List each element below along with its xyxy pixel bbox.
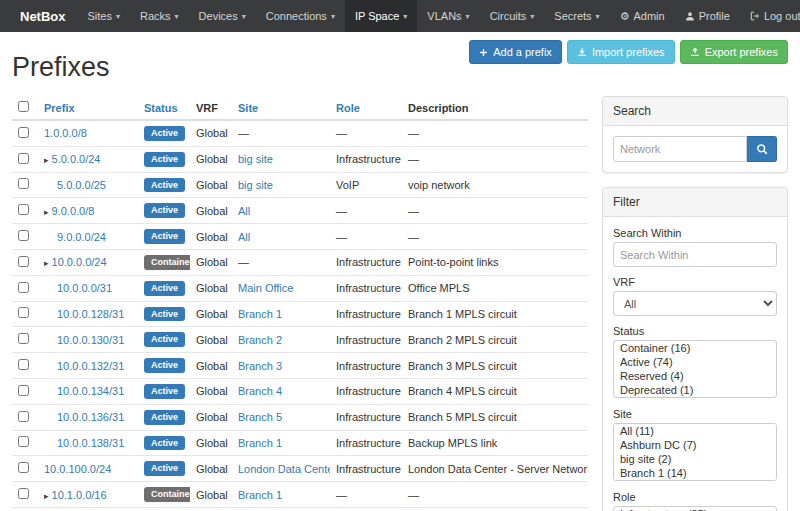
add-a-prefix-button[interactable]: Add a prefix — [469, 40, 562, 64]
filter-option-ashburn-dc-7[interactable]: Ashburn DC (7) — [614, 438, 776, 452]
nav-item-connections[interactable]: Connections▾ — [256, 0, 345, 32]
prefix-link[interactable]: 10.0.100.0/24 — [44, 463, 111, 475]
filter-option-infrastructure-25[interactable]: Infrastructure (25) — [614, 507, 776, 511]
caret-icon: ▾ — [466, 12, 470, 21]
site-cell: big site — [232, 146, 330, 172]
row-checkbox[interactable] — [18, 230, 29, 241]
row-checkbox[interactable] — [18, 127, 29, 138]
site-link[interactable]: London Data Center — [238, 463, 330, 475]
prefix-link[interactable]: 10.0.0.130/31 — [57, 334, 124, 346]
brand[interactable]: NetBox — [8, 0, 78, 32]
role-filter-select[interactable]: Infrastructure (25)Management (8)Private… — [613, 506, 777, 511]
prefix-link[interactable]: 10.0.0.0/31 — [57, 282, 112, 294]
main-content: PrefixStatusVRFSiteRoleDescription 1.0.0… — [12, 96, 588, 511]
prefix-link[interactable]: 5.0.0.0/25 — [57, 179, 106, 191]
site-link[interactable]: Branch 4 — [238, 385, 282, 397]
table-row: ▸9.0.0.0/8ActiveGlobalAll—— — [12, 198, 588, 224]
select-all-checkbox[interactable] — [18, 101, 29, 112]
role-cell: Infrastructure — [330, 249, 402, 275]
prefix-link[interactable]: 1.0.0.0/8 — [44, 127, 87, 139]
vrf-cell: Global — [190, 507, 232, 511]
nav-item-secrets[interactable]: Secrets▾ — [544, 0, 609, 32]
row-checkbox[interactable] — [18, 178, 29, 189]
expand-toggle-icon[interactable]: ▸ — [44, 491, 49, 501]
site-link[interactable]: Branch 3 — [238, 360, 282, 372]
filter-option-active-74[interactable]: Active (74) — [614, 355, 776, 369]
import-prefixes-button[interactable]: Import prefixes — [567, 40, 675, 64]
site-link[interactable]: Branch 1 — [238, 437, 282, 449]
column-sort-link-site[interactable]: Site — [238, 102, 258, 114]
prefix-cell: 10.0.0.128/31 — [38, 301, 138, 327]
filter-option-all-11[interactable]: All (11) — [614, 424, 776, 438]
column-sort-link-prefix[interactable]: Prefix — [44, 102, 75, 114]
expand-toggle-icon[interactable]: ▸ — [44, 207, 49, 217]
row-checkbox[interactable] — [18, 436, 29, 447]
nav-item-admin[interactable]: ⚙Admin — [610, 0, 675, 32]
description-cell: — — [402, 146, 588, 172]
row-checkbox[interactable] — [18, 411, 29, 422]
site-link[interactable]: Branch 2 — [238, 334, 282, 346]
search-button[interactable] — [747, 136, 777, 162]
prefix-link[interactable]: 10.0.0.0/24 — [52, 256, 107, 268]
nav-item-circuits[interactable]: Circuits▾ — [480, 0, 545, 32]
prefix-link[interactable]: 9.0.0.0/8 — [52, 205, 95, 217]
nav-item-racks[interactable]: Racks▾ — [130, 0, 189, 32]
row-checkbox[interactable] — [18, 385, 29, 396]
export-prefixes-button[interactable]: Export prefixes — [680, 40, 788, 64]
import-icon — [577, 47, 587, 57]
filter-option-branch-2-10[interactable]: Branch 2 (10) — [614, 480, 776, 481]
nav-item-sites[interactable]: Sites▾ — [78, 0, 130, 32]
prefix-link[interactable]: 10.1.0.0/16 — [52, 489, 107, 501]
nav-item-log-out[interactable]: Log out — [740, 0, 800, 32]
nav-item-vlans[interactable]: VLANs▾ — [417, 0, 479, 32]
prefix-link[interactable]: 10.0.0.136/31 — [57, 411, 124, 423]
row-checkbox[interactable] — [18, 488, 29, 499]
filter-option-big-site-2[interactable]: big site (2) — [614, 452, 776, 466]
prefix-cell: 10.0.0.138/31 — [38, 430, 138, 456]
status-cell: Container — [138, 507, 190, 511]
vrf-cell: Global — [190, 120, 232, 146]
role-cell: VoIP — [330, 172, 402, 198]
nav-item-devices[interactable]: Devices▾ — [189, 0, 256, 32]
search-within-input[interactable] — [613, 242, 777, 267]
column-sort-link-status[interactable]: Status — [144, 102, 178, 114]
site-link[interactable]: big site — [238, 153, 273, 165]
vrf-select[interactable]: All — [613, 291, 777, 316]
site-link[interactable]: All — [238, 231, 250, 243]
expand-toggle-icon[interactable]: ▸ — [44, 155, 49, 165]
prefix-link[interactable]: 9.0.0.0/24 — [57, 231, 106, 243]
site-filter-select[interactable]: All (11)Ashburn DC (7)big site (2)Branch… — [613, 423, 777, 481]
filter-option-branch-1-14[interactable]: Branch 1 (14) — [614, 466, 776, 480]
row-checkbox[interactable] — [18, 153, 29, 164]
prefix-link[interactable]: 10.0.0.138/31 — [57, 437, 124, 449]
row-checkbox[interactable] — [18, 462, 29, 473]
nav-item-profile[interactable]: Profile — [675, 0, 740, 32]
expand-toggle-icon[interactable]: ▸ — [44, 258, 49, 268]
prefix-link[interactable]: 10.0.0.134/31 — [57, 385, 124, 397]
site-cell: All — [232, 224, 330, 250]
filter-option-container-16[interactable]: Container (16) — [614, 341, 776, 355]
prefix-link[interactable]: 10.0.0.128/31 — [57, 308, 124, 320]
status-filter-select[interactable]: Container (16)Active (74)Reserved (4)Dep… — [613, 340, 777, 398]
site-link[interactable]: Branch 1 — [238, 308, 282, 320]
column-sort-link-role[interactable]: Role — [336, 102, 360, 114]
site-link[interactable]: All — [238, 205, 250, 217]
row-checkbox[interactable] — [18, 204, 29, 215]
prefix-link[interactable]: 10.0.0.132/31 — [57, 360, 124, 372]
site-link[interactable]: big site — [238, 179, 273, 191]
row-checkbox[interactable] — [18, 333, 29, 344]
site-link[interactable]: Branch 1 — [238, 489, 282, 501]
search-input[interactable] — [613, 136, 747, 162]
nav-item-ip-space[interactable]: IP Space▾ — [345, 0, 417, 32]
site-link[interactable]: Branch 5 — [238, 411, 282, 423]
site-link[interactable]: Main Office — [238, 282, 293, 294]
row-checkbox[interactable] — [18, 307, 29, 318]
row-checkbox[interactable] — [18, 282, 29, 293]
row-checkbox[interactable] — [18, 359, 29, 370]
status-badge: Active — [144, 229, 185, 244]
nav-item-label: Sites — [88, 10, 112, 22]
filter-option-deprecated-1[interactable]: Deprecated (1) — [614, 383, 776, 397]
row-checkbox[interactable] — [18, 256, 29, 267]
prefix-link[interactable]: 5.0.0.0/24 — [52, 153, 101, 165]
filter-option-reserved-4[interactable]: Reserved (4) — [614, 369, 776, 383]
